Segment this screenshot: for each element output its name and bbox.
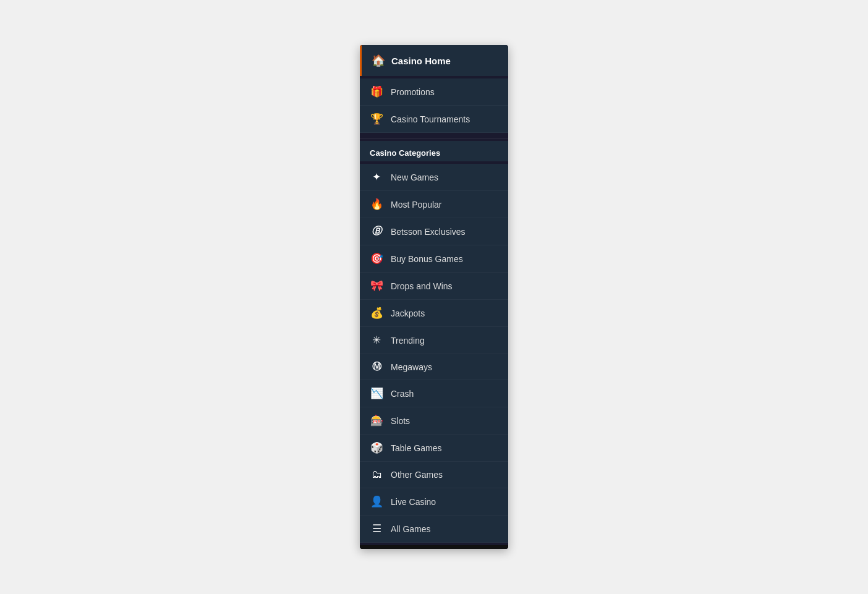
other-games-icon: 🗂 [370,469,383,481]
crash-label: Crash [391,389,414,399]
all-games-icon: ☰ [370,522,383,535]
promotions-icon: 🎁 [370,85,383,98]
drops-wins-icon: 🎀 [370,279,383,292]
sidebar-item-crash[interactable]: 📉 Crash [360,380,508,407]
sidebar-item-casino-tournaments[interactable]: 🏆 Casino Tournaments [360,106,508,133]
jackpots-label: Jackpots [391,308,425,318]
live-casino-label: Live Casino [391,497,436,507]
sidebar-item-casino-home[interactable]: 🏠 Casino Home [360,45,508,76]
all-games-label: All Games [391,524,431,534]
new-games-label: New Games [391,172,438,182]
sidebar-item-jackpots[interactable]: 💰 Jackpots [360,300,508,327]
sidebar-item-most-popular[interactable]: 🔥 Most Popular [360,191,508,218]
sidebar-item-table-games[interactable]: 🎲 Table Games [360,435,508,462]
tournaments-icon: 🏆 [370,112,383,125]
table-games-label: Table Games [391,443,441,453]
sidebar-item-other-games[interactable]: 🗂 Other Games [360,462,508,488]
slots-icon: 🎰 [370,414,383,427]
sidebar-item-betsson-exclusives[interactable]: Ⓑ Betsson Exclusives [360,218,508,245]
sidebar-item-live-casino[interactable]: 👤 Live Casino [360,488,508,516]
slots-label: Slots [391,416,410,426]
divider [360,138,508,138]
casino-categories-title: Casino Categories [360,141,508,161]
megaways-icon: Ⓜ [370,361,383,373]
megaways-label: Megaways [391,362,432,372]
sidebar: 🏠 Casino Home 🎁 Promotions 🏆 Casino Tour… [360,45,508,549]
drops-wins-label: Drops and Wins [391,281,453,291]
sidebar-item-new-games[interactable]: ✦ New Games [360,164,508,191]
tournaments-label: Casino Tournaments [391,114,470,124]
sidebar-item-slots[interactable]: 🎰 Slots [360,407,508,435]
sidebar-item-buy-bonus-games[interactable]: 🎯 Buy Bonus Games [360,245,508,273]
buy-bonus-label: Buy Bonus Games [391,254,463,264]
home-icon: 🏠 [372,54,385,67]
buy-bonus-icon: 🎯 [370,252,383,265]
crash-icon: 📉 [370,387,383,400]
sidebar-item-drops-and-wins[interactable]: 🎀 Drops and Wins [360,273,508,300]
sidebar-top-section: 🎁 Promotions 🏆 Casino Tournaments [360,76,508,135]
new-games-icon: ✦ [370,171,383,184]
sidebar-item-all-games[interactable]: ☰ All Games [360,516,508,543]
betsson-label: Betsson Exclusives [391,227,466,237]
sidebar-item-promotions[interactable]: 🎁 Promotions [360,78,508,106]
sidebar-footer [360,545,508,549]
live-casino-icon: 👤 [370,495,383,508]
other-games-label: Other Games [391,470,443,480]
most-popular-icon: 🔥 [370,198,383,211]
betsson-icon: Ⓑ [370,225,383,238]
table-games-icon: 🎲 [370,441,383,454]
trending-label: Trending [391,336,425,346]
jackpots-icon: 💰 [370,307,383,320]
sidebar-categories-section: ✦ New Games 🔥 Most Popular Ⓑ Betsson Exc… [360,161,508,545]
most-popular-label: Most Popular [391,200,441,210]
casino-home-label: Casino Home [391,56,451,66]
trending-icon: ✳ [370,334,383,347]
promotions-label: Promotions [391,87,435,97]
sidebar-item-trending[interactable]: ✳ Trending [360,327,508,354]
sidebar-item-megaways[interactable]: Ⓜ Megaways [360,354,508,380]
